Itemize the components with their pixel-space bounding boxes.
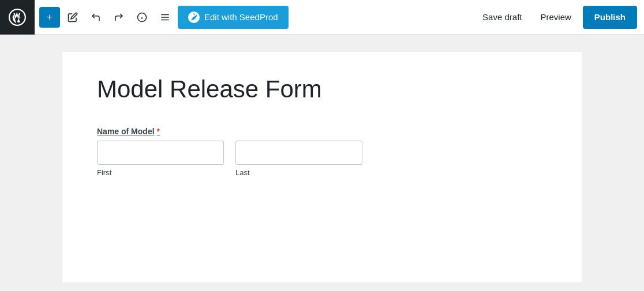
info-button[interactable]	[132, 7, 152, 28]
form-inputs-row: First Last	[97, 141, 547, 177]
edit-tool-button[interactable]	[62, 7, 83, 28]
last-name-wrapper: Last	[235, 141, 362, 177]
last-name-input[interactable]	[235, 141, 362, 165]
seedprod-leaf-icon	[190, 13, 198, 21]
toolbar: +	[0, 0, 644, 35]
info-icon	[137, 12, 147, 22]
edit-icon	[68, 12, 78, 22]
form-field-label: Name of Model*	[97, 127, 547, 136]
last-name-sublabel: Last	[235, 168, 362, 177]
wp-logo-icon	[7, 7, 28, 28]
page-canvas: Model Release Form Name of Model* First …	[62, 52, 582, 282]
edit-with-seedprod-button[interactable]: Edit with SeedProd	[178, 6, 289, 29]
list-view-button[interactable]	[155, 7, 175, 28]
page-title: Model Release Form	[97, 75, 547, 104]
required-star: *	[157, 127, 160, 136]
content-area: Model Release Form Name of Model* First …	[0, 35, 644, 291]
seedprod-button-label: Edit with SeedProd	[204, 12, 278, 22]
publish-button[interactable]: Publish	[583, 6, 637, 29]
redo-button[interactable]	[108, 7, 129, 28]
preview-button[interactable]: Preview	[533, 7, 578, 27]
first-name-wrapper: First	[97, 141, 224, 177]
first-name-sublabel: First	[97, 168, 224, 177]
toolbar-right: Save draft Preview Publish	[475, 6, 644, 29]
undo-button[interactable]	[85, 7, 106, 28]
redo-icon	[114, 12, 124, 22]
seedprod-icon	[188, 12, 200, 23]
form-field-group: Name of Model* First Last	[97, 127, 547, 177]
list-view-icon	[160, 12, 170, 22]
toolbar-left: +	[35, 6, 475, 29]
first-name-input[interactable]	[97, 141, 224, 165]
undo-icon	[91, 12, 101, 22]
add-block-button[interactable]: +	[39, 7, 60, 28]
wp-logo	[0, 0, 35, 35]
save-draft-button[interactable]: Save draft	[475, 7, 529, 27]
